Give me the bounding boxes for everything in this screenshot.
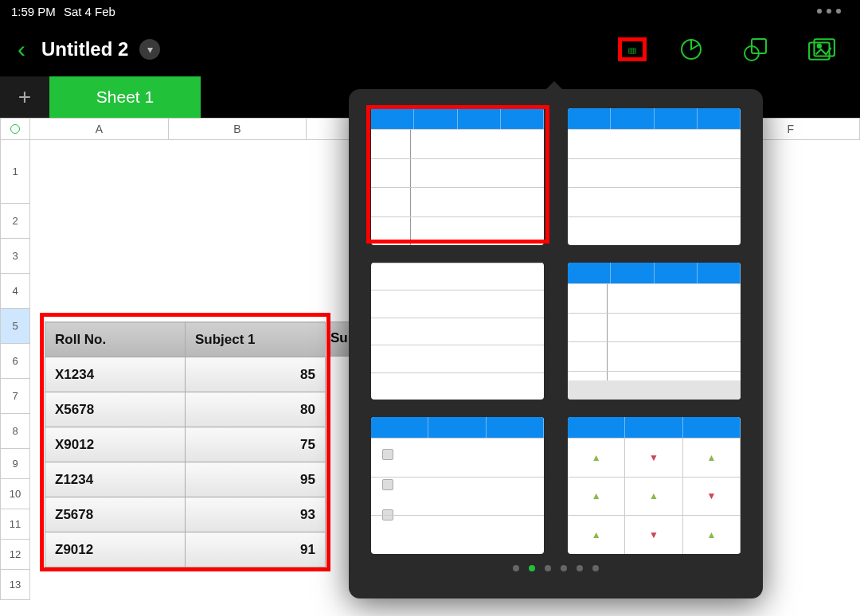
- row-header[interactable]: 5: [0, 309, 30, 344]
- table-header[interactable]: Roll No.: [45, 322, 186, 357]
- row-header[interactable]: 6: [0, 344, 30, 379]
- table-header-peek: Su: [326, 322, 350, 357]
- table-template-3[interactable]: [371, 263, 544, 400]
- cell-value[interactable]: 80: [186, 392, 326, 427]
- row-header[interactable]: 10: [0, 479, 30, 509]
- row-header[interactable]: 13: [0, 570, 30, 600]
- back-button[interactable]: ‹: [13, 36, 30, 63]
- cell-value[interactable]: 91: [186, 532, 326, 567]
- cell-roll[interactable]: Z5678: [45, 497, 186, 532]
- cell-roll[interactable]: Z9012: [45, 532, 186, 567]
- table-template-5[interactable]: [371, 417, 544, 554]
- cell-roll[interactable]: Z1234: [45, 462, 186, 497]
- table-template-4[interactable]: [568, 263, 741, 400]
- svg-rect-0: [629, 49, 636, 54]
- document-title[interactable]: Untitled 2: [41, 38, 128, 60]
- cell-value[interactable]: 93: [186, 497, 326, 532]
- cell-value[interactable]: 95: [186, 462, 326, 497]
- row-header[interactable]: 9: [0, 449, 30, 479]
- row-header[interactable]: 7: [0, 379, 30, 414]
- column-header[interactable]: B: [169, 118, 307, 140]
- row-header[interactable]: 11: [0, 509, 30, 540]
- cell-value[interactable]: 75: [186, 427, 326, 462]
- pager-dot[interactable]: [592, 565, 599, 571]
- pager-dot[interactable]: [545, 565, 551, 571]
- insert-chart-icon[interactable]: [677, 37, 706, 61]
- row-header[interactable]: 2: [0, 204, 30, 239]
- table-row[interactable]: Z567893: [45, 497, 326, 532]
- row-header[interactable]: 3: [0, 239, 30, 274]
- table-styles-popover: ▲▼▲ ▲▲▼ ▲▼▲: [349, 89, 763, 598]
- sheet-tab-1[interactable]: Sheet 1: [49, 76, 201, 118]
- column-header[interactable]: A: [30, 118, 169, 140]
- insert-shape-icon[interactable]: [742, 37, 771, 61]
- table-template-6[interactable]: ▲▼▲ ▲▲▼ ▲▼▲: [568, 417, 741, 554]
- row-header[interactable]: 12: [0, 540, 30, 570]
- cell-roll[interactable]: X5678: [45, 392, 186, 427]
- insert-media-icon[interactable]: [807, 37, 836, 61]
- cell-value[interactable]: 85: [186, 357, 326, 392]
- row-header[interactable]: 4: [0, 274, 30, 309]
- table-template-1[interactable]: [371, 108, 544, 245]
- table-row[interactable]: Z123495: [45, 462, 326, 497]
- cell-roll[interactable]: X9012: [45, 427, 186, 462]
- pager-dot[interactable]: [561, 565, 567, 571]
- cell-roll[interactable]: X1234: [45, 357, 186, 392]
- select-all-corner[interactable]: [0, 118, 30, 140]
- row-header[interactable]: 1: [0, 140, 30, 204]
- popover-pager[interactable]: [371, 565, 741, 571]
- insert-table-icon[interactable]: [618, 37, 647, 61]
- title-dropdown[interactable]: ▾: [139, 39, 160, 60]
- table-row[interactable]: X901275: [45, 427, 326, 462]
- row-header[interactable]: 8: [0, 414, 30, 449]
- status-date: Sat 4 Feb: [64, 5, 115, 18]
- table-header[interactable]: Subject 1: [186, 322, 326, 357]
- table-row[interactable]: X567880: [45, 392, 326, 427]
- multitask-dots[interactable]: [817, 9, 841, 14]
- pager-dot[interactable]: [513, 565, 519, 571]
- svg-point-10: [818, 45, 821, 48]
- add-sheet-button[interactable]: +: [0, 76, 49, 118]
- embedded-table[interactable]: Roll No. Subject 1 X123485X567880X901275…: [45, 322, 326, 567]
- pager-dot[interactable]: [577, 565, 583, 571]
- table-row[interactable]: X123485: [45, 357, 326, 392]
- title-bar: ‹ Untitled 2 ▾: [0, 22, 860, 76]
- status-time: 1:59 PM: [11, 5, 56, 18]
- pager-dot[interactable]: [529, 565, 535, 571]
- table-row[interactable]: Z901291: [45, 532, 326, 567]
- status-bar: 1:59 PM Sat 4 Feb: [0, 0, 860, 22]
- table-template-2[interactable]: [568, 108, 741, 245]
